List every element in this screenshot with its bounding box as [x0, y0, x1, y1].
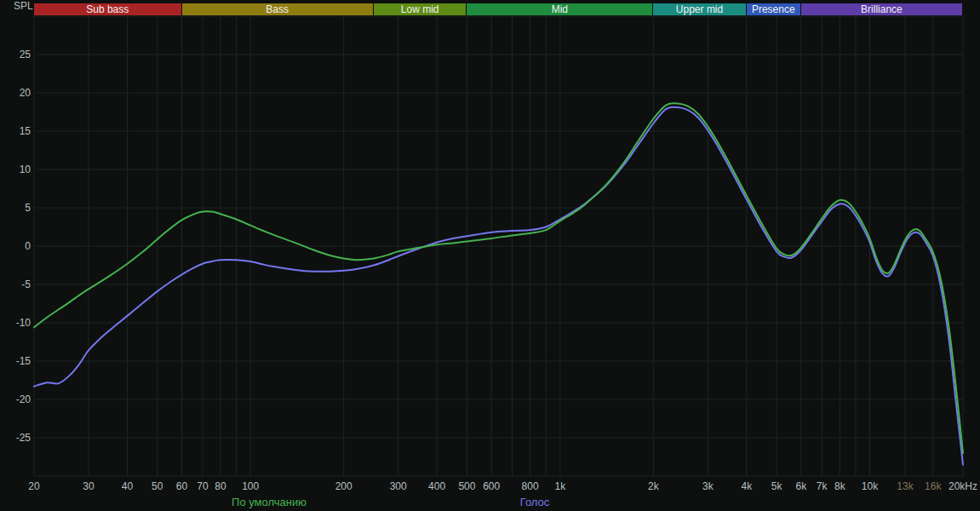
gridlines	[34, 16, 963, 476]
x-tick-label-5k: 5k	[771, 480, 783, 492]
x-tick-label-4k: 4k	[741, 480, 753, 492]
y-tick-label: 5	[25, 202, 31, 214]
x-tick-label-400: 400	[428, 480, 445, 492]
curve-default-preset	[34, 103, 963, 453]
band-brilliance: Brilliance	[801, 3, 962, 15]
x-tick-label-100: 100	[242, 480, 259, 492]
band-upper-mid: Upper mid	[653, 3, 746, 15]
y-tick-label: -15	[16, 355, 32, 367]
curves	[34, 103, 963, 464]
y-tick-label: 20	[20, 87, 32, 99]
x-tick-label-8k: 8k	[834, 480, 846, 492]
band-mid: Mid	[467, 3, 652, 15]
y-tick-label: 10	[20, 164, 32, 175]
x-tick-label-70: 70	[197, 480, 209, 492]
curve-voice-preset	[34, 107, 963, 465]
x-axis-ticks: 203040506070801002003004005006008001k2k3…	[28, 480, 977, 492]
legend-item-voice-preset[interactable]: Голос	[520, 496, 550, 508]
x-tick-label-7k: 7k	[817, 480, 828, 492]
x-tick-label-13k: 13k	[897, 480, 914, 492]
x-tick-label-60: 60	[176, 480, 188, 492]
frequency-response-chart: 2520151050-5-10-15-20-252030405060708010…	[0, 0, 980, 511]
y-tick-label: 25	[20, 49, 32, 60]
x-tick-label-3k: 3k	[702, 480, 714, 492]
y-tick-label: 15	[20, 125, 32, 137]
x-tick-label-300: 300	[390, 480, 407, 492]
x-tick-label-2k: 2k	[648, 480, 660, 492]
x-tick-label-40: 40	[122, 480, 134, 492]
x-tick-label-1k: 1k	[555, 480, 567, 492]
y-tick-label: -10	[16, 317, 32, 329]
y-tick-label: 0	[25, 240, 31, 252]
y-tick-label: -5	[21, 278, 31, 290]
x-tick-label-10k: 10k	[862, 480, 879, 492]
x-tick-label-800: 800	[522, 480, 539, 492]
x-tick-label-200: 200	[335, 480, 352, 492]
band-low-mid: Low mid	[374, 3, 467, 15]
band-bass: Bass	[182, 3, 373, 15]
y-tick-label: -20	[16, 393, 32, 405]
x-tick-label-16k: 16k	[925, 480, 942, 492]
x-tick-label-6k: 6k	[795, 480, 807, 492]
x-tick-label-500: 500	[458, 480, 475, 492]
band-sub-bass: Sub bass	[34, 3, 181, 15]
x-tick-label-80: 80	[215, 480, 226, 492]
x-tick-label-600: 600	[483, 480, 500, 492]
x-tick-label-50: 50	[152, 480, 163, 492]
y-axis-ticks: 2520151050-5-10-15-20-25	[16, 49, 32, 444]
band-presence: Presence	[747, 3, 800, 15]
frequency-bands-bar: Sub bassBassLow midMidUpper midPresenceB…	[0, 0, 980, 15]
x-tick-label-20: 20	[28, 480, 40, 492]
x-tick-label-30: 30	[83, 480, 95, 492]
equalizer-frequency-response-screen: 2520151050-5-10-15-20-252030405060708010…	[0, 0, 980, 511]
y-tick-label: -25	[16, 432, 32, 444]
legend-item-default-preset[interactable]: По умолчанию	[232, 496, 307, 508]
x-tick-label-20kHz: 20kHz	[948, 480, 977, 492]
